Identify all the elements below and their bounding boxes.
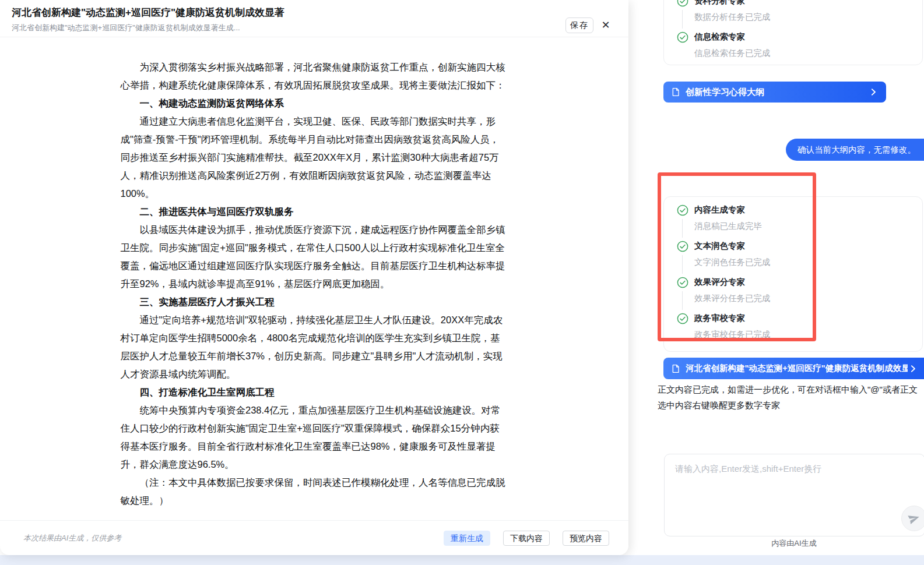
check-circle-icon [677, 204, 688, 216]
expert-task-item: 文本润色专家文字润色任务已完成 [671, 240, 913, 268]
document-heading: 四、打造标准化卫生室网底工程 [121, 383, 508, 401]
save-button[interactable]: 保存 [565, 17, 593, 33]
check-circle-icon [677, 277, 688, 288]
timeline-connector [682, 10, 683, 29]
ai-generated-notice: 内容由AI生成 [664, 538, 924, 549]
expert-name: 内容生成专家 [694, 204, 913, 216]
hint-text: 正文内容已完成，如需进一步优化，可在对话框中输入"@"或者正文选中内容右键唤醒更… [658, 382, 924, 413]
document-heading: 二、推进医共体与巡回医疗双轨服务 [121, 203, 508, 221]
editor-header: 河北省创新构建"动态监测+巡回医疗"健康防返贫机制成效显著 河北省创新构建"动态… [0, 0, 628, 37]
document-body: 为深入贯彻落实乡村振兴战略部署，河北省聚焦健康防返贫工作重点，创新实施四大核心举… [121, 58, 508, 94]
user-message-bubble: 确认当前大纲内容，无需修改。 [786, 139, 924, 161]
assistant-panel: 资料分析专家数据分析任务已完成信息检索专家信息检索任务已完成 创新性学习心得大纲… [628, 0, 924, 555]
expert-name: 信息检索专家 [694, 31, 913, 43]
timeline-connector [682, 291, 683, 310]
document-subtitle: 河北省创新构建"动态监测+巡回医疗"健康防返贫机制成效显著生成... [12, 23, 617, 33]
expert-status: 文字润色任务已完成 [694, 256, 913, 268]
completed-tasks-card: 资料分析专家数据分析任务已完成信息检索专家信息检索任务已完成 [663, 0, 923, 65]
document-note: （注：本文中具体数据已按要求保留，时间表述已作模糊化处理，人名等信息已完成脱敏处… [121, 474, 508, 510]
check-circle-icon [677, 241, 688, 252]
document-body: 通过"定向培养+规范培训"双轮驱动，持续强化基层卫生人才队伍建设。20XX年完成… [121, 311, 508, 383]
chevron-right-icon [908, 363, 918, 374]
expert-task-item: 资料分析专家数据分析任务已完成 [671, 0, 913, 23]
result-button-label: 河北省创新构建"动态监测+巡回医疗"健康防返贫机制成效显著 [686, 363, 908, 374]
check-circle-icon [677, 313, 688, 324]
expert-task-item: 效果评分专家效果评分任务已完成 [671, 276, 913, 304]
result-document-button[interactable]: 河北省创新构建"动态监测+巡回医疗"健康防返贫机制成效显著 [663, 358, 924, 379]
preview-button[interactable]: 预览内容 [563, 531, 609, 546]
document-heading: 三、实施基层医疗人才振兴工程 [121, 293, 508, 311]
send-button[interactable] [901, 506, 924, 531]
regenerate-button[interactable]: 重新生成 [444, 531, 490, 546]
document-icon [671, 87, 680, 97]
download-button[interactable]: 下载内容 [503, 531, 550, 546]
outline-button[interactable]: 创新性学习心得大纲 [663, 82, 886, 103]
expert-name: 文本润色专家 [694, 240, 913, 252]
expert-status: 效果评分任务已完成 [694, 292, 913, 304]
document-content: 为深入贯彻落实乡村振兴战略部署，河北省聚焦健康防返贫工作重点，创新实施四大核心举… [121, 58, 508, 510]
check-circle-icon [677, 31, 688, 43]
editor-panel: 河北省创新构建"动态监测+巡回医疗"健康防返贫机制成效显著 河北省创新构建"动态… [0, 0, 628, 555]
chat-input[interactable] [665, 454, 924, 536]
document-body: 通过建立大病患者信息化监测平台，实现卫健、医保、民政等部门数据实时共享，形成"筛… [121, 112, 508, 203]
timeline-connector [682, 219, 683, 238]
expert-task-item: 信息检索专家信息检索任务已完成 [671, 31, 913, 59]
document-heading: 一、构建动态监测防返贫网络体系 [121, 94, 508, 112]
outline-button-label: 创新性学习心得大纲 [686, 87, 868, 98]
document-body: 统筹中央预算内专项资金238.4亿元，重点加强基层医疗卫生机构基础设施建设。对常… [121, 401, 508, 474]
expert-status: 数据分析任务已完成 [694, 11, 913, 23]
send-icon [908, 512, 921, 525]
expert-task-item: 内容生成专家消息稿已生成完毕 [671, 204, 913, 232]
expert-name: 政务审校专家 [694, 312, 913, 324]
bottom-strip [0, 555, 924, 565]
document-body: 以县域医共体建设为抓手，推动优质医疗资源下沉，建成远程医疗协作网覆盖全部乡镇卫生… [121, 221, 508, 293]
expert-name: 效果评分专家 [694, 276, 913, 288]
close-icon[interactable]: ✕ [599, 19, 612, 31]
check-circle-icon [677, 0, 688, 7]
expert-status: 信息检索任务已完成 [694, 47, 913, 59]
expert-status: 消息稿已生成完毕 [694, 220, 913, 232]
document-scroll-area[interactable]: 为深入贯彻落实乡村振兴战略部署，河北省聚焦健康防返贫工作重点，创新实施四大核心举… [0, 37, 628, 520]
document-title: 河北省创新构建"动态监测+巡回医疗"健康防返贫机制成效显著 [12, 6, 617, 19]
expert-tasks-card: 内容生成专家消息稿已生成完毕文本润色专家文字润色任务已完成效果评分专家效果评分任… [663, 196, 923, 352]
timeline-connector [682, 255, 683, 274]
editor-footer: 本次结果由AI生成，仅供参考 重新生成 下载内容 预览内容 [0, 520, 628, 555]
chevron-right-icon [868, 87, 879, 97]
document-icon [671, 364, 680, 373]
expert-status: 政务审校任务已完成 [694, 329, 913, 340]
chat-input-box [664, 454, 924, 536]
expert-task-item: 政务审校专家政务审校任务已完成 [671, 312, 913, 340]
expert-name: 资料分析专家 [694, 0, 913, 6]
ai-disclaimer: 本次结果由AI生成，仅供参考 [23, 533, 444, 543]
